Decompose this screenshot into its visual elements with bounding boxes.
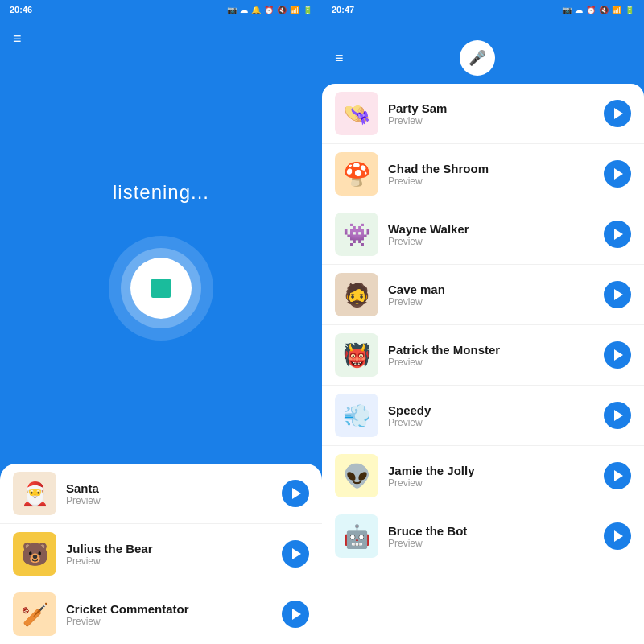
list-item[interactable]: 🧔 Cave man Preview (322, 265, 644, 325)
hamburger-menu[interactable]: ≡ (13, 31, 22, 47)
avatar: 👽 (335, 454, 378, 497)
right-status-icons: 📷 ☁ ⏰ 🔇 📶 🔋 (562, 6, 634, 14)
voice-info: Patrick the Monster Preview (388, 343, 594, 368)
voice-preview-label: Preview (388, 236, 594, 247)
list-item[interactable]: 👾 Wayne Walker Preview (322, 204, 644, 265)
play-icon (614, 470, 623, 481)
voice-info: Bruce the Bot Preview (388, 524, 594, 549)
list-item[interactable]: 🎅 Santa Preview (0, 464, 322, 524)
avatar: 🍄 (335, 152, 378, 196)
play-button[interactable] (604, 462, 631, 489)
voice-name: Patrick the Monster (388, 343, 594, 357)
voice-info: Wayne Walker Preview (388, 222, 594, 247)
voice-name: Bruce the Bot (388, 524, 594, 538)
left-status-icons: 📷 ☁ 🔔 ⏰ 🔇 📶 🔋 (227, 6, 312, 14)
left-status-bar: 20:46 📷 ☁ 🔔 ⏰ 🔇 📶 🔋 (0, 0, 322, 19)
voice-preview-label: Preview (388, 357, 594, 368)
voice-preview-label: Preview (388, 477, 594, 489)
listening-area: listening... (0, 58, 322, 464)
play-button[interactable] (604, 281, 631, 308)
avatar: 🎅 (13, 472, 56, 515)
avatar: 🧔 (335, 273, 378, 316)
list-item[interactable]: 🤖 Bruce the Bot Preview (322, 506, 644, 566)
voice-info: Santa Preview (66, 481, 272, 506)
avatar: 🏏 (13, 592, 56, 636)
left-header: ≡ (0, 19, 322, 58)
play-button[interactable] (604, 160, 631, 188)
avatar: 🤖 (335, 514, 378, 558)
voice-preview-label: Preview (66, 495, 272, 506)
left-panel: 20:46 📷 ☁ 🔔 ⏰ 🔇 📶 🔋 ≡ listening... 🎅 (0, 0, 322, 644)
voice-info: Chad the Shroom Preview (388, 162, 594, 187)
play-icon (614, 108, 623, 119)
list-item[interactable]: 🐻 Julius the Bear Preview (0, 524, 322, 584)
voice-name: Chad the Shroom (388, 162, 594, 175)
voice-name: Jamie the Jolly (388, 464, 594, 477)
play-icon (292, 488, 301, 499)
voice-name: Wayne Walker (388, 222, 594, 236)
right-panel: 20:47 📷 ☁ ⏰ 🔇 📶 🔋 ≡ 🎤 👒 Party Sam Previe… (322, 0, 644, 644)
voice-preview-label: Preview (66, 616, 272, 627)
avatar: 💨 (335, 394, 378, 437)
voice-info: Julius the Bear Preview (66, 542, 272, 567)
play-button[interactable] (282, 540, 309, 568)
list-item[interactable]: 👹 Patrick the Monster Preview (322, 325, 644, 386)
play-button[interactable] (282, 480, 309, 507)
voice-info: Speedy Preview (388, 403, 594, 428)
play-icon (614, 349, 623, 361)
stop-button[interactable] (130, 258, 192, 319)
play-button[interactable] (604, 522, 631, 550)
listening-text: listening... (113, 181, 209, 204)
list-item[interactable]: 👽 Jamie the Jolly Preview (322, 446, 644, 506)
avatar: 👹 (335, 333, 378, 377)
play-button[interactable] (604, 100, 631, 127)
voice-name: Cave man (388, 283, 594, 296)
left-voice-list: 🎅 Santa Preview 🐻 Julius the Bear Previe… (0, 464, 322, 644)
mic-button-container (109, 236, 213, 341)
play-icon (292, 548, 301, 559)
play-icon (614, 289, 623, 300)
list-item[interactable]: 🏏 Cricket Commentator Preview (0, 584, 322, 644)
left-time: 20:46 (10, 5, 32, 14)
right-time: 20:47 (332, 5, 354, 14)
list-item[interactable]: 🍄 Chad the Shroom Preview (322, 144, 644, 204)
voice-preview-label: Preview (66, 555, 272, 567)
voice-preview-label: Preview (388, 115, 594, 126)
avatar: 🐻 (13, 532, 56, 576)
list-item[interactable]: 💨 Speedy Preview (322, 386, 644, 446)
right-header: ≡ 🎤 (322, 19, 644, 77)
voice-preview-label: Preview (388, 296, 594, 308)
play-button[interactable] (604, 221, 631, 248)
play-icon (614, 530, 623, 542)
play-icon (614, 410, 623, 421)
list-item[interactable]: 👒 Party Sam Preview (322, 84, 644, 144)
play-button[interactable] (282, 601, 309, 628)
play-icon (614, 168, 623, 180)
voice-name: Julius the Bear (66, 542, 272, 555)
play-button[interactable] (604, 402, 631, 429)
voice-info: Cave man Preview (388, 283, 594, 308)
voice-info: Cricket Commentator Preview (66, 602, 272, 627)
right-status-bar: 20:47 📷 ☁ ⏰ 🔇 📶 🔋 (322, 0, 644, 19)
voice-name: Speedy (388, 403, 594, 417)
voice-name: Santa (66, 481, 272, 495)
play-button[interactable] (604, 341, 631, 369)
play-icon (614, 229, 623, 240)
play-icon (292, 609, 301, 620)
right-hamburger-menu[interactable]: ≡ (335, 50, 344, 67)
stop-icon (151, 279, 171, 298)
right-voice-list: 👒 Party Sam Preview 🍄 Chad the Shroom Pr… (322, 84, 644, 644)
voice-info: Jamie the Jolly Preview (388, 464, 594, 489)
voice-preview-label: Preview (388, 175, 594, 187)
mic-fab-icon: 🎤 (469, 49, 486, 67)
voice-preview-label: Preview (388, 417, 594, 428)
voice-info: Party Sam Preview (388, 101, 594, 126)
voice-name: Cricket Commentator (66, 602, 272, 616)
avatar: 👒 (335, 92, 378, 135)
voice-preview-label: Preview (388, 538, 594, 549)
mic-fab-button[interactable]: 🎤 (460, 40, 495, 76)
avatar: 👾 (335, 213, 378, 256)
voice-name: Party Sam (388, 101, 594, 115)
